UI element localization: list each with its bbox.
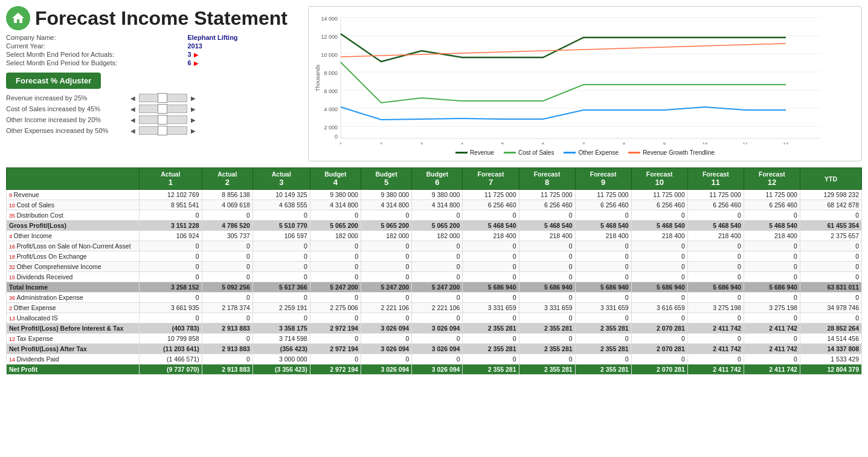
row-number: 10 <box>9 203 17 209</box>
row-number: 15 <box>9 274 17 280</box>
data-cell: 0 <box>202 262 252 272</box>
row-number: 32 <box>9 264 17 270</box>
svg-text:12: 12 <box>783 141 789 144</box>
svg-text:10: 10 <box>702 141 708 144</box>
table-row: 16 Profit/Loss on Sale of Non-Current As… <box>7 241 862 251</box>
data-cell: 8 856 138 <box>202 190 252 200</box>
svg-text:5: 5 <box>501 141 504 144</box>
data-cell: 11 725 000 <box>744 190 800 200</box>
data-table: Actual1 Actual2 Actual3 Budget4 Budget5 … <box>6 167 862 375</box>
data-cell: 5 686 940 <box>687 282 744 293</box>
company-name-value: Elephant Lifting <box>187 34 296 41</box>
data-cell: 0 <box>202 354 252 365</box>
data-cell: 3 258 152 <box>140 282 202 293</box>
data-cell: 0 <box>252 210 310 221</box>
slider-thumb-0[interactable] <box>158 93 167 103</box>
legend-cos: Cost of Sales <box>504 149 554 156</box>
data-cell: 2 411 742 <box>744 323 800 334</box>
adjuster-button[interactable]: Forecast % Adjuster <box>6 73 101 89</box>
legend-expense-color <box>564 152 576 154</box>
data-cell: 0 <box>575 334 631 344</box>
svg-line-18 <box>341 44 786 57</box>
actuals-value: 3 <box>187 51 191 58</box>
data-cell: 0 <box>310 210 361 221</box>
data-cell: 0 <box>687 210 744 221</box>
row-label-cell: Net Profit <box>7 365 140 375</box>
th-forecast-12: Forecast12 <box>744 168 800 190</box>
data-cell: 0 <box>687 354 744 365</box>
legend-cos-color <box>504 152 516 154</box>
table-row: 15 Dividends Received0000000000000 <box>7 272 862 282</box>
svg-text:10 000: 10 000 <box>321 52 338 58</box>
legend-trendline-label: Revenue Growth Trendline <box>643 149 715 156</box>
data-cell: 0 <box>361 262 411 272</box>
data-cell: 0 <box>412 354 463 365</box>
slider-track-1[interactable] <box>139 105 187 113</box>
table-row: 36 Administration Expense0000000000000 <box>7 293 862 303</box>
data-cell: 0 <box>252 293 310 303</box>
row-label-cell: 35 Distribution Cost <box>7 210 140 221</box>
data-cell: 5 468 540 <box>463 221 519 231</box>
row-label-cell: Net Profit/(Loss) After Tax <box>7 344 140 354</box>
slider-thumb-3[interactable] <box>158 126 167 135</box>
data-cell: 4 786 520 <box>202 221 252 231</box>
data-cell: 11 725 000 <box>463 190 519 200</box>
slider-right-0[interactable]: ▶ <box>191 95 196 102</box>
svg-text:12 000: 12 000 <box>321 34 338 40</box>
slider-thumb-1[interactable] <box>158 104 167 114</box>
svg-text:4: 4 <box>461 141 464 144</box>
slider-thumb-2[interactable] <box>158 115 167 125</box>
slider-track-2[interactable] <box>139 115 187 124</box>
slider-left-0[interactable]: ◀ <box>130 95 135 102</box>
slider-row-3: Other Expenses increased by 50% ◀ ▶ <box>6 126 296 135</box>
data-cell: 0 <box>575 272 631 282</box>
slider-left-2[interactable]: ◀ <box>130 117 135 123</box>
actuals-label: Select Month End Period for Actuals: <box>6 51 175 58</box>
slider-label-3: Other Expenses increased by 50% <box>6 127 127 134</box>
page-title: Forecast Income Statement <box>35 7 288 30</box>
data-cell: 3 151 228 <box>140 221 202 231</box>
data-cell: 0 <box>412 262 463 272</box>
data-cell: 34 978 746 <box>800 303 861 313</box>
data-cell: 3 275 198 <box>687 303 744 313</box>
house-svg <box>11 11 25 25</box>
data-cell: 0 <box>463 251 519 262</box>
data-cell: 10 149 325 <box>252 190 310 200</box>
data-cell: (1 466 571) <box>140 354 202 365</box>
data-cell: 2 913 883 <box>202 365 252 375</box>
data-cell: 0 <box>744 251 800 262</box>
slider-left-3[interactable]: ◀ <box>130 128 135 134</box>
data-cell: 0 <box>463 241 519 251</box>
table-row: 14 Dividends Paid(1 466 571)03 000 00000… <box>7 354 862 365</box>
data-cell: 0 <box>310 293 361 303</box>
slider-track-0[interactable] <box>139 94 187 102</box>
slider-right-1[interactable]: ▶ <box>191 106 196 112</box>
data-cell: 0 <box>140 251 202 262</box>
slider-left-1[interactable]: ◀ <box>130 106 135 112</box>
th-forecast-9: Forecast9 <box>575 168 631 190</box>
svg-text:1: 1 <box>339 141 342 144</box>
data-cell: (3 356 423) <box>252 365 310 375</box>
slider-right-2[interactable]: ▶ <box>191 117 196 123</box>
data-cell: 0 <box>744 313 800 323</box>
data-table-wrapper: Actual1 Actual2 Actual3 Budget4 Budget5 … <box>6 167 862 375</box>
data-cell: 0 <box>412 334 463 344</box>
title-section: Forecast Income Statement Company Name: … <box>6 6 296 137</box>
data-cell: 0 <box>631 293 687 303</box>
data-cell: (11 203 641) <box>140 344 202 354</box>
data-cell: 3 026 094 <box>412 323 463 334</box>
data-cell: 2 275 006 <box>310 303 361 313</box>
legend-revenue: Revenue <box>455 149 494 156</box>
header-section: Forecast Income Statement Company Name: … <box>6 6 862 161</box>
slider-track-3[interactable] <box>139 126 187 135</box>
slider-right-3[interactable]: ▶ <box>191 128 196 134</box>
legend-trendline: Revenue Growth Trendline <box>628 149 715 156</box>
svg-text:4 000: 4 000 <box>324 106 338 112</box>
data-cell: 2 070 281 <box>631 323 687 334</box>
svg-text:2 000: 2 000 <box>324 125 338 131</box>
svg-text:8 000: 8 000 <box>324 70 338 76</box>
budgets-arrow: ▶ <box>194 60 199 66</box>
year-value: 2013 <box>187 42 296 50</box>
data-cell: 3 331 659 <box>575 303 631 313</box>
data-cell: 0 <box>140 241 202 251</box>
